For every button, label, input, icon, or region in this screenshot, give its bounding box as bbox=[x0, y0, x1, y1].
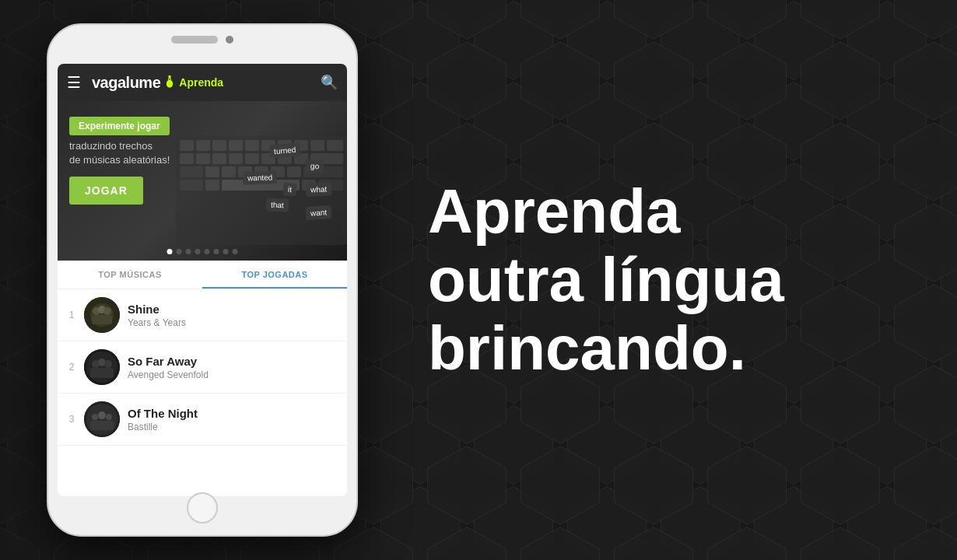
app-logo: vagalume Aprenda bbox=[92, 74, 314, 92]
song-title-1: Shine bbox=[128, 303, 338, 316]
svg-point-49 bbox=[103, 307, 111, 315]
svg-rect-14 bbox=[196, 140, 210, 151]
svg-rect-33 bbox=[205, 166, 219, 177]
word-chip-it: it bbox=[282, 182, 296, 196]
play-button[interactable]: JOGAR bbox=[69, 177, 143, 205]
song-item-2[interactable]: 2 So Far Away bbox=[58, 341, 347, 394]
svg-rect-17 bbox=[245, 140, 259, 151]
song-title-3: Of The Night bbox=[128, 407, 338, 420]
app-header: ☰ vagalume Aprenda 🔍 bbox=[58, 64, 347, 101]
song-thumb-1 bbox=[84, 297, 120, 333]
dot-5 bbox=[205, 249, 210, 254]
svg-rect-56 bbox=[90, 368, 114, 378]
svg-rect-27 bbox=[245, 153, 259, 164]
dot-8 bbox=[233, 249, 238, 254]
svg-rect-26 bbox=[229, 153, 243, 164]
svg-rect-13 bbox=[180, 140, 194, 151]
song-artist-3: Bastille bbox=[128, 422, 338, 432]
song-title-2: So Far Away bbox=[128, 355, 338, 368]
song-artist-2: Avenged Sevenfold bbox=[128, 369, 338, 380]
svg-point-61 bbox=[106, 414, 112, 420]
firefly-icon bbox=[162, 75, 177, 90]
tagline: Aprenda outra língua brincando. bbox=[428, 177, 910, 383]
phone-home-button[interactable] bbox=[187, 492, 218, 523]
tagline-line2: outra língua bbox=[428, 246, 910, 314]
svg-rect-23 bbox=[180, 153, 194, 164]
song-info-2: So Far Away Avenged Sevenfold bbox=[128, 355, 338, 380]
phone-screen: ☰ vagalume Aprenda 🔍 bbox=[58, 64, 347, 496]
tagline-line3: brincando. bbox=[428, 314, 910, 383]
word-chip-go: go bbox=[305, 159, 324, 173]
svg-rect-15 bbox=[212, 140, 226, 151]
song-rank-3: 3 bbox=[67, 414, 76, 425]
aprenda-tag: Aprenda bbox=[179, 76, 223, 89]
svg-rect-40 bbox=[180, 180, 203, 191]
song-thumb-2 bbox=[84, 349, 120, 385]
tab-top-jogadas[interactable]: TOP JOGADAS bbox=[202, 261, 347, 289]
phone-body: ☰ vagalume Aprenda 🔍 bbox=[47, 23, 358, 537]
tab-top-musicas[interactable]: TOP MÚSICAS bbox=[58, 261, 202, 289]
svg-rect-22 bbox=[327, 140, 343, 151]
app-tabs: TOP MÚSICAS TOP JOGADAS bbox=[58, 261, 347, 289]
song-info-1: Shine Years & Years bbox=[128, 303, 338, 328]
phone-mockup: ☰ vagalume Aprenda 🔍 bbox=[47, 23, 358, 537]
dot-2 bbox=[177, 249, 182, 254]
word-chip-want: want bbox=[305, 205, 331, 220]
dot-4 bbox=[195, 249, 201, 254]
song-thumb-3 bbox=[84, 401, 120, 437]
svg-rect-62 bbox=[90, 421, 114, 430]
dot-6 bbox=[214, 249, 219, 254]
dot-1 bbox=[167, 249, 173, 254]
svg-rect-16 bbox=[229, 140, 243, 151]
svg-rect-24 bbox=[196, 153, 210, 164]
tagline-line1: Aprenda bbox=[428, 177, 910, 246]
svg-rect-21 bbox=[310, 140, 324, 151]
hamburger-icon[interactable]: ☰ bbox=[67, 73, 86, 92]
banner-dots bbox=[167, 249, 238, 254]
word-chip-turned: turned bbox=[268, 142, 301, 158]
song-info-3: Of The Night Bastille bbox=[128, 407, 338, 432]
svg-rect-34 bbox=[222, 166, 236, 177]
svg-rect-38 bbox=[287, 166, 301, 177]
song-item-3[interactable]: 3 Of The Night bbox=[58, 394, 347, 446]
word-chip-what: what bbox=[305, 182, 331, 197]
word-chip-that: that bbox=[266, 198, 289, 212]
song-item-1[interactable]: 1 Shine Year bbox=[58, 289, 347, 341]
dot-7 bbox=[223, 249, 229, 254]
logo-text: vagalume bbox=[92, 74, 160, 92]
svg-rect-41 bbox=[205, 180, 219, 191]
word-chip-wanted: wanted bbox=[242, 170, 277, 185]
app-banner: turned go wanted it what that want Exper… bbox=[58, 101, 347, 261]
svg-rect-50 bbox=[92, 315, 112, 324]
banner-badge: Experimente jogar bbox=[69, 117, 170, 135]
svg-point-60 bbox=[98, 411, 106, 419]
svg-rect-25 bbox=[212, 153, 226, 164]
dot-3 bbox=[186, 249, 191, 254]
phone-top-notch bbox=[171, 36, 233, 44]
svg-point-11 bbox=[169, 75, 171, 78]
svg-point-8 bbox=[167, 80, 173, 88]
phone-camera bbox=[226, 36, 233, 44]
phone-speaker bbox=[171, 36, 218, 44]
song-list: 1 Shine Year bbox=[58, 289, 347, 446]
svg-point-59 bbox=[92, 414, 98, 420]
svg-point-55 bbox=[104, 360, 112, 368]
song-rank-1: 1 bbox=[67, 310, 76, 320]
search-icon[interactable]: 🔍 bbox=[321, 74, 338, 91]
song-rank-2: 2 bbox=[67, 362, 76, 373]
svg-rect-32 bbox=[180, 166, 203, 177]
song-artist-1: Years & Years bbox=[128, 317, 338, 328]
